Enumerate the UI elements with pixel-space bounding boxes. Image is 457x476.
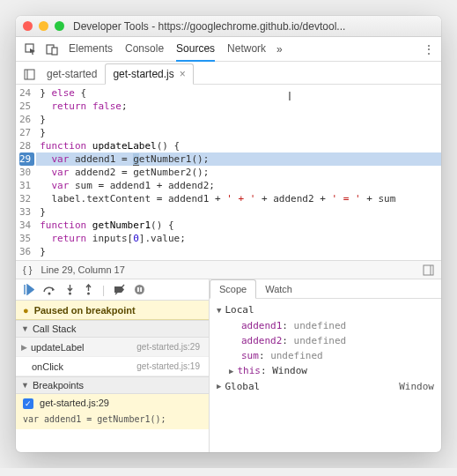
breakpoint-label: get-started.js:29 [40, 398, 109, 408]
debug-controls: | [16, 279, 209, 301]
breakpoint-item[interactable]: ✓ get-started.js:29 [16, 394, 209, 413]
debugger-right-pane: Scope Watch ▼Local addend1: undefined ad… [210, 279, 441, 452]
editor-statusbar: { } Line 29, Column 17 [16, 260, 441, 279]
svg-point-9 [87, 293, 90, 295]
file-tab-get-started-js[interactable]: get-started.js × [105, 63, 193, 85]
code-line[interactable]: } [36, 126, 441, 139]
inspect-icon[interactable] [21, 40, 41, 59]
code-line[interactable]: label.textContent = addend1 + ' + ' + ad… [36, 192, 441, 205]
line-number[interactable]: 26 [19, 113, 31, 126]
svg-rect-5 [424, 265, 433, 275]
var-value: undefined [270, 350, 323, 361]
code-line[interactable]: } else { [36, 86, 441, 100]
code-line[interactable]: return inputs[0].value; [36, 232, 441, 245]
line-gutter[interactable]: 24252627282930313233343536 [16, 85, 36, 260]
disclosure-triangle-icon: ▼ [21, 381, 29, 390]
line-number[interactable]: 34 [19, 219, 31, 232]
call-stack-header[interactable]: ▼ Call Stack [16, 320, 209, 338]
var-name: sum [241, 350, 259, 361]
tab-watch[interactable]: Watch [256, 280, 301, 298]
code-line[interactable]: var addend1 = getNumber1(); [36, 152, 441, 166]
line-number[interactable]: 35 [19, 232, 31, 245]
code-line[interactable]: var sum = addend1 + addend2; [36, 179, 441, 192]
tab-sources[interactable]: Sources [176, 37, 215, 62]
tab-scope[interactable]: Scope [210, 279, 256, 299]
svg-point-11 [135, 285, 144, 294]
svg-point-8 [69, 293, 71, 295]
svg-rect-12 [137, 287, 139, 292]
line-number[interactable]: 33 [19, 205, 31, 219]
window-title: Developer Tools - https://googlechrome.g… [73, 20, 345, 33]
line-number[interactable]: 27 [19, 126, 31, 139]
text-cursor-icon: I [288, 90, 291, 103]
settings-menu-icon[interactable]: ⋮ [423, 42, 436, 56]
pretty-print-icon[interactable]: { } [23, 264, 32, 275]
line-number[interactable]: 25 [19, 100, 31, 113]
pause-exceptions-icon[interactable] [134, 284, 145, 295]
line-number[interactable]: 24 [19, 86, 31, 100]
source-text[interactable]: } else { return false;}}function updateL… [36, 85, 441, 260]
window-controls [23, 21, 64, 31]
debugger-pane: | ● Paused on breakpoint ▼ Call Stack ▶ … [16, 279, 441, 452]
svg-rect-2 [52, 48, 57, 55]
line-number[interactable]: 36 [19, 245, 31, 258]
code-line[interactable]: function getNumber1() { [36, 219, 441, 232]
stack-loc: get-started.js:29 [136, 342, 200, 352]
code-editor[interactable]: 24252627282930313233343536 } else { retu… [16, 85, 441, 260]
file-tab-label: get-started [47, 68, 97, 80]
file-tab-bar: get-started get-started.js × [16, 62, 441, 85]
code-line[interactable]: var addend2 = getNumber2(); [36, 166, 441, 179]
code-line[interactable]: function updateLabel() { [36, 139, 441, 152]
step-out-icon[interactable] [84, 284, 93, 295]
resume-icon[interactable] [23, 284, 34, 295]
scope-local-label: Local [225, 304, 254, 316]
var-name: addend2 [241, 335, 282, 346]
panel-tabs: Elements Console Sources Network [69, 37, 266, 62]
stack-frame[interactable]: ▶ updateLabel get-started.js:29 [16, 338, 209, 357]
navigator-toggle-icon[interactable] [19, 64, 39, 84]
close-icon[interactable] [23, 21, 33, 31]
var-value: undefined [294, 335, 347, 346]
sidebar-toggle-icon[interactable] [423, 264, 434, 276]
device-toggle-icon[interactable] [42, 40, 62, 59]
paused-text: Paused on breakpoint [34, 305, 136, 316]
minimize-icon[interactable] [39, 21, 48, 31]
scope-tree[interactable]: ▼Local addend1: undefined addend2: undef… [210, 299, 441, 398]
disclosure-triangle-icon[interactable]: ▶ [229, 364, 233, 379]
debugger-left-pane: | ● Paused on breakpoint ▼ Call Stack ▶ … [16, 279, 210, 452]
more-tabs-icon[interactable]: » [276, 43, 283, 56]
var-name: addend1 [241, 320, 282, 331]
step-over-icon[interactable] [43, 285, 56, 295]
close-tab-icon[interactable]: × [180, 68, 186, 80]
stack-loc: get-started.js:19 [136, 361, 200, 371]
breakpoints-header[interactable]: ▼ Breakpoints [16, 376, 209, 394]
tab-elements[interactable]: Elements [69, 37, 113, 62]
line-number[interactable]: 29 [19, 152, 34, 166]
disclosure-triangle-icon[interactable]: ▶ [217, 379, 221, 394]
stack-frame[interactable]: onClick get-started.js:19 [16, 357, 209, 376]
line-number[interactable]: 31 [19, 179, 31, 192]
checkbox-icon[interactable]: ✓ [23, 398, 33, 409]
stack-fn: onClick [32, 361, 63, 372]
file-tab-get-started[interactable]: get-started [39, 63, 105, 84]
current-frame-icon: ▶ [21, 343, 27, 352]
code-line[interactable]: } [36, 205, 441, 219]
code-line[interactable]: return false; [36, 100, 441, 113]
step-into-icon[interactable] [65, 284, 75, 295]
section-label: Breakpoints [33, 380, 84, 390]
disclosure-triangle-icon[interactable]: ▼ [217, 303, 221, 318]
line-number[interactable]: 30 [19, 166, 31, 179]
scope-tab-bar: Scope Watch [210, 279, 441, 299]
devtools-window: Developer Tools - https://googlechrome.g… [16, 16, 441, 452]
code-line[interactable]: } [36, 245, 441, 258]
file-tab-label: get-started.js [113, 68, 173, 80]
deactivate-breakpoints-icon[interactable] [114, 284, 125, 295]
line-number[interactable]: 32 [19, 192, 31, 205]
var-value: Window [272, 365, 307, 376]
line-number[interactable]: 28 [19, 139, 31, 152]
maximize-icon[interactable] [55, 21, 64, 31]
var-value: undefined [294, 320, 347, 331]
tab-console[interactable]: Console [125, 37, 164, 62]
tab-network[interactable]: Network [227, 37, 266, 62]
code-line[interactable]: } [36, 113, 441, 126]
